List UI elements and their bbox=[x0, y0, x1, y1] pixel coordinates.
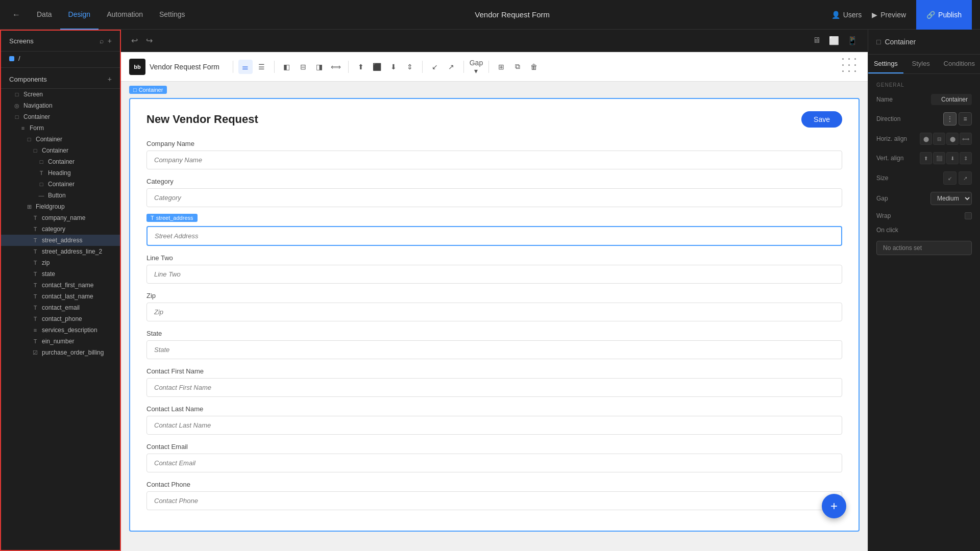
tree-item[interactable]: Tstreet_address bbox=[1, 235, 120, 246]
size-shrink-button[interactable]: ↙ bbox=[943, 171, 957, 185]
desktop-view-button[interactable]: 🖥 bbox=[811, 34, 823, 47]
tablet-view-button[interactable]: ⬜ bbox=[827, 34, 841, 47]
align-left-button[interactable]: ⬤ bbox=[920, 133, 932, 145]
fab-button[interactable]: + bbox=[822, 494, 846, 518]
align-justify-button[interactable]: ⟺ bbox=[329, 60, 343, 74]
shrink-button[interactable]: ↙ bbox=[428, 60, 442, 74]
undo-button[interactable]: ↩ bbox=[129, 34, 140, 47]
vert-top-button[interactable]: ⬆ bbox=[920, 152, 932, 164]
tree-item[interactable]: ⊞Fieldgroup bbox=[1, 201, 120, 212]
form-save-button[interactable]: Save bbox=[801, 111, 842, 128]
align-left-button[interactable]: ◧ bbox=[280, 60, 294, 74]
tree-item[interactable]: □Container bbox=[1, 179, 120, 190]
tree-item[interactable]: Tcategory bbox=[1, 223, 120, 235]
tree-item[interactable]: Tcompany_name bbox=[1, 212, 120, 223]
align-right-button[interactable]: ◨ bbox=[312, 60, 327, 74]
mobile-view-button[interactable]: 📱 bbox=[845, 34, 860, 47]
screen-item-root[interactable]: / bbox=[1, 52, 120, 65]
tree-item-icon: T bbox=[32, 260, 39, 266]
tree-item[interactable]: Tein_number bbox=[1, 336, 120, 347]
tab-data[interactable]: Data bbox=[29, 0, 60, 30]
vert-middle-button[interactable]: ⬛ bbox=[933, 152, 945, 164]
publish-button[interactable]: 🔗 Publish bbox=[916, 0, 972, 30]
tree-item[interactable]: ☑purchase_order_billing bbox=[1, 347, 120, 358]
tree-item[interactable]: ≡Form bbox=[1, 122, 120, 134]
back-button[interactable]: ← bbox=[8, 7, 24, 23]
tree-item-icon: ⊞ bbox=[26, 204, 33, 210]
form-field-group: Category bbox=[146, 178, 842, 207]
tree-item[interactable]: Tcontact_email bbox=[1, 302, 120, 313]
form-input-company-name[interactable] bbox=[146, 151, 842, 169]
tree-item[interactable]: Tstreet_address_line_2 bbox=[1, 246, 120, 257]
gap-button[interactable]: Gap ▾ bbox=[469, 60, 483, 74]
canvas-scroll-area[interactable]: New Vendor Request Save Company NameCate… bbox=[121, 94, 868, 551]
align-center-h-button[interactable]: ⊟ bbox=[296, 60, 310, 74]
tree-item[interactable]: ≡services_description bbox=[1, 324, 120, 336]
tab-settings[interactable]: Settings bbox=[868, 55, 903, 73]
tree-item[interactable]: Tcontact_last_name bbox=[1, 291, 120, 302]
form-input-contact-last-name[interactable] bbox=[146, 416, 842, 435]
property-direction: Direction ⋮ ≡ bbox=[876, 112, 972, 126]
tree-item[interactable]: —Button bbox=[1, 190, 120, 201]
field-tooltip-wrap bbox=[146, 265, 842, 284]
no-actions-button[interactable]: No actions set bbox=[876, 241, 972, 255]
tree-item[interactable]: Tzip bbox=[1, 257, 120, 268]
tree-item[interactable]: □Container bbox=[1, 156, 120, 167]
direction-row-button[interactable]: ⋮ bbox=[943, 112, 957, 126]
form-input-contact-email[interactable] bbox=[146, 454, 842, 472]
delete-button[interactable]: 🗑 bbox=[527, 60, 541, 74]
tab-settings[interactable]: Settings bbox=[151, 0, 193, 30]
vert-bottom-button[interactable]: ⬇ bbox=[946, 152, 959, 164]
tree-item[interactable]: Tcontact_phone bbox=[1, 313, 120, 324]
layout-rows-button[interactable]: ☰ bbox=[255, 60, 269, 74]
wrap-checkbox[interactable] bbox=[965, 212, 972, 219]
form-input-zip[interactable] bbox=[146, 303, 842, 321]
add-screen-icon[interactable]: + bbox=[108, 37, 112, 45]
size-expand-button[interactable]: ↗ bbox=[959, 171, 972, 185]
tab-styles[interactable]: Styles bbox=[903, 55, 939, 73]
tree-item[interactable]: Tstate bbox=[1, 268, 120, 280]
field-label: Street Address bbox=[146, 215, 842, 223]
gap-select[interactable]: Medium bbox=[930, 192, 972, 205]
tab-design[interactable]: Design bbox=[60, 0, 99, 30]
align-right-button[interactable]: ⬤ bbox=[946, 133, 959, 145]
tree-item[interactable]: THeading bbox=[1, 167, 120, 179]
expand-button[interactable]: ↗ bbox=[444, 60, 458, 74]
layout-columns-button[interactable]: ⚌ bbox=[238, 60, 253, 74]
add-component-icon[interactable]: + bbox=[108, 75, 112, 83]
form-input-contact-phone[interactable] bbox=[146, 491, 842, 510]
tab-automation[interactable]: Automation bbox=[99, 0, 151, 30]
tree-item[interactable]: □Container bbox=[1, 134, 120, 145]
form-field-group: Line Two bbox=[146, 254, 842, 284]
form-fields: Company NameCategoryStreet AddressT stre… bbox=[146, 140, 842, 510]
align-bottom-button[interactable]: ⬇ bbox=[386, 60, 401, 74]
users-button[interactable]: 👤 Users bbox=[831, 11, 862, 19]
form-input-street-address[interactable] bbox=[146, 226, 842, 246]
align-top-button[interactable]: ⬆ bbox=[354, 60, 368, 74]
form-input-contact-first-name[interactable] bbox=[146, 378, 842, 397]
redo-button[interactable]: ↪ bbox=[144, 34, 155, 47]
tab-conditions[interactable]: Conditions bbox=[939, 55, 980, 73]
form-input-state[interactable] bbox=[146, 340, 842, 359]
tree-item[interactable]: □Container bbox=[1, 111, 120, 122]
copy-button[interactable]: ⧉ bbox=[510, 60, 525, 74]
align-middle-button[interactable]: ⬛ bbox=[370, 60, 384, 74]
distribute-button[interactable]: ⇕ bbox=[403, 60, 417, 74]
form-input-line-two[interactable] bbox=[146, 265, 842, 284]
vert-stretch-button[interactable]: ⇕ bbox=[960, 152, 972, 164]
tree-item-icon: T bbox=[32, 237, 39, 243]
search-icon[interactable]: ⌕ bbox=[100, 37, 104, 45]
tree-item-label: Screen bbox=[23, 91, 43, 98]
tree-item[interactable]: ◎Navigation bbox=[1, 100, 120, 111]
align-stretch-button[interactable]: ⟺ bbox=[960, 133, 972, 145]
tree-item[interactable]: □Screen bbox=[1, 89, 120, 100]
wrap-label: Wrap bbox=[876, 212, 891, 219]
name-value[interactable]: Container bbox=[931, 94, 972, 105]
preview-button[interactable]: ▶ Preview bbox=[872, 11, 906, 19]
form-input-category[interactable] bbox=[146, 188, 842, 207]
direction-column-button[interactable]: ≡ bbox=[959, 112, 972, 126]
tree-item[interactable]: □Container bbox=[1, 145, 120, 156]
grid-layout-button[interactable]: ⊞ bbox=[494, 60, 508, 74]
align-center-button[interactable]: ⊟ bbox=[933, 133, 945, 145]
tree-item[interactable]: Tcontact_first_name bbox=[1, 280, 120, 291]
